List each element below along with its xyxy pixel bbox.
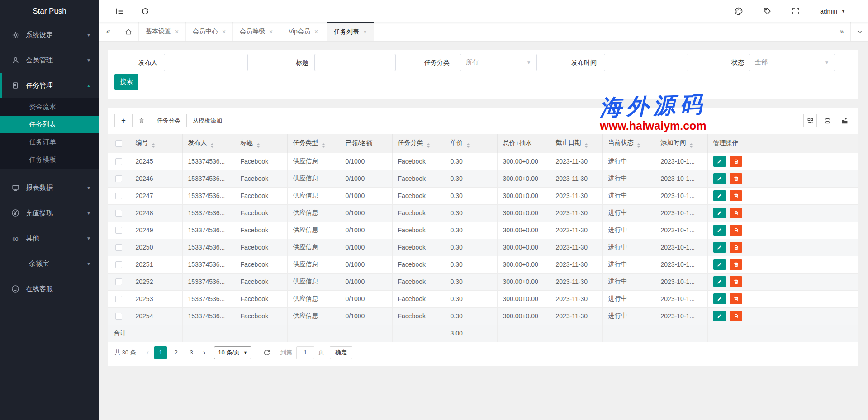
sidebar-item-yuebao[interactable]: 余额宝 ▼ [0, 251, 99, 276]
sort-icon[interactable] [637, 143, 640, 148]
edit-button[interactable] [713, 259, 726, 270]
sidebar-item-online-service[interactable]: 在线客服 [0, 276, 99, 302]
column-header-price[interactable]: 单价 [445, 134, 497, 153]
home-tab[interactable] [118, 22, 139, 41]
page-button-2[interactable]: 2 [170, 346, 182, 359]
sort-icon[interactable] [256, 143, 260, 148]
fullscreen-icon[interactable] [792, 7, 800, 15]
column-header-category[interactable]: 任务分类 [392, 134, 445, 153]
row-checkbox[interactable] [115, 278, 122, 285]
add-task-button[interactable]: + [114, 114, 133, 127]
delete-selected-button[interactable] [132, 114, 151, 127]
sidebar-item-system-settings[interactable]: 系统设定 ▼ [0, 22, 99, 47]
edit-button[interactable] [713, 242, 726, 253]
confirm-page-button[interactable]: 确定 [330, 346, 352, 359]
status-select[interactable]: 全部 ▼ [749, 54, 835, 71]
tabs-scroll-left-icon[interactable]: « [99, 22, 118, 41]
tag-icon[interactable] [763, 7, 772, 15]
edit-button[interactable] [713, 293, 726, 304]
sort-icon[interactable] [689, 143, 693, 148]
goto-page-input[interactable] [296, 346, 314, 359]
column-header-id[interactable]: 编号 [130, 134, 182, 153]
sidebar-item-task-templates[interactable]: 任务模板 [0, 151, 99, 169]
row-checkbox[interactable] [115, 193, 122, 199]
refresh-icon[interactable] [141, 7, 149, 15]
edit-button[interactable] [713, 225, 726, 236]
edit-button[interactable] [713, 190, 726, 201]
publisher-input[interactable] [164, 54, 248, 71]
select-all-checkbox[interactable] [115, 140, 122, 147]
row-checkbox[interactable] [115, 158, 122, 165]
export-icon[interactable] [838, 114, 851, 127]
sort-icon[interactable] [322, 143, 325, 148]
column-header-deadline[interactable]: 截止日期 [550, 134, 602, 153]
row-checkbox[interactable] [115, 296, 122, 302]
close-icon[interactable]: × [269, 28, 273, 35]
delete-button[interactable] [730, 173, 742, 184]
theme-palette-icon[interactable] [734, 7, 743, 16]
tab-member-level[interactable]: 会员等级 × [233, 22, 280, 41]
close-icon[interactable]: × [222, 28, 226, 35]
delete-button[interactable] [730, 259, 742, 270]
edit-button[interactable] [713, 311, 726, 321]
page-button-1[interactable]: 1 [154, 346, 167, 359]
category-select[interactable]: 所有 ▼ [460, 54, 537, 71]
tab-task-list[interactable]: 任务列表 × [327, 22, 374, 41]
publish-time-input[interactable] [604, 54, 688, 71]
edit-button[interactable] [713, 156, 726, 167]
edit-button[interactable] [713, 208, 726, 218]
delete-button[interactable] [730, 156, 742, 167]
add-from-template-button[interactable]: 从模板添加 [186, 114, 228, 127]
column-header-task-type[interactable]: 任务类型 [287, 134, 340, 153]
sidebar-toggle-icon[interactable] [115, 7, 124, 15]
delete-button[interactable] [730, 208, 742, 218]
sidebar-item-task-orders[interactable]: 任务订单 [0, 133, 99, 151]
delete-button[interactable] [730, 225, 742, 236]
sort-icon[interactable] [584, 143, 588, 148]
sidebar-item-other[interactable]: ∞ 其他 ▼ [0, 226, 99, 251]
task-category-button[interactable]: 任务分类 [151, 114, 187, 127]
row-checkbox[interactable] [115, 227, 122, 234]
row-checkbox[interactable] [115, 261, 122, 268]
next-page-icon[interactable]: › [203, 349, 205, 357]
column-header-publisher[interactable]: 发布人 [182, 134, 235, 153]
column-header-title[interactable]: 标题 [235, 134, 287, 153]
sidebar-item-fund-flow[interactable]: 资金流水 [0, 98, 99, 116]
delete-button[interactable] [730, 276, 742, 287]
sidebar-item-recharge-withdraw[interactable]: 充值提现 ▼ [0, 200, 99, 226]
user-menu[interactable]: admin ▼ [820, 8, 845, 15]
row-checkbox[interactable] [115, 210, 122, 217]
page-button-3[interactable]: 3 [185, 346, 198, 359]
close-icon[interactable]: × [314, 28, 318, 35]
sort-icon[interactable] [466, 143, 470, 148]
tabs-scroll-right-icon[interactable]: » [833, 22, 850, 41]
delete-button[interactable] [730, 190, 742, 201]
tab-vip-member[interactable]: Vip会员 × [280, 22, 327, 41]
sort-icon[interactable] [152, 143, 155, 148]
print-icon[interactable] [821, 114, 834, 127]
close-icon[interactable]: × [175, 28, 179, 35]
sidebar-item-task-management[interactable]: 任务管理 ▲ [0, 73, 99, 98]
page-size-select[interactable]: 10 条/页 ▼ [214, 346, 251, 359]
delete-button[interactable] [730, 242, 742, 253]
prev-page-icon[interactable]: ‹ [147, 349, 149, 357]
sidebar-item-task-list[interactable]: 任务列表 [0, 116, 99, 133]
title-input[interactable] [314, 54, 396, 71]
tab-member-center[interactable]: 会员中心 × [186, 22, 233, 41]
edit-button[interactable] [713, 173, 726, 184]
sort-icon[interactable] [427, 143, 430, 148]
close-icon[interactable]: × [363, 28, 367, 36]
column-header-added-time[interactable]: 添加时间 [655, 134, 707, 153]
row-checkbox[interactable] [115, 244, 122, 251]
edit-button[interactable] [713, 276, 726, 287]
tabs-menu-icon[interactable] [850, 22, 868, 41]
delete-button[interactable] [730, 293, 742, 304]
columns-filter-icon[interactable] [803, 114, 817, 127]
sort-icon[interactable] [210, 143, 214, 148]
row-checkbox[interactable] [115, 313, 122, 320]
row-checkbox[interactable] [115, 175, 122, 182]
sidebar-item-member-management[interactable]: 会员管理 ▼ [0, 47, 99, 73]
search-button[interactable]: 搜索 [114, 74, 138, 90]
pagination-refresh-icon[interactable] [263, 349, 270, 356]
delete-button[interactable] [730, 311, 742, 321]
